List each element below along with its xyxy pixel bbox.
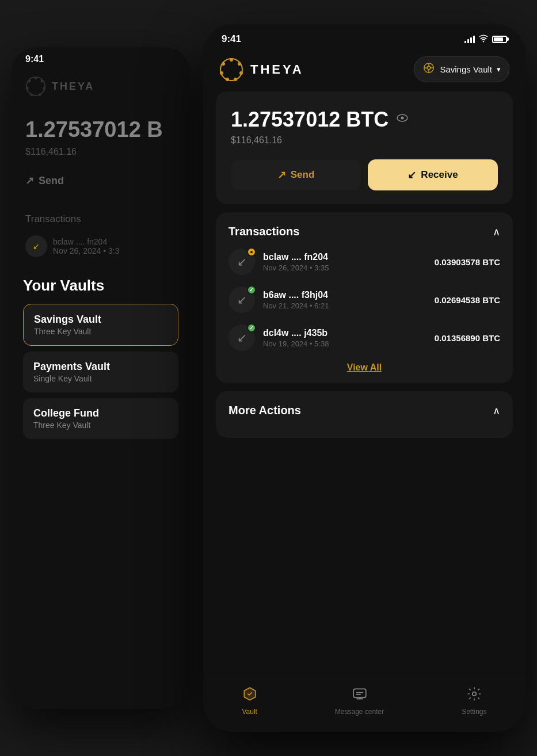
- bg-time: 9:41: [25, 54, 44, 64]
- svg-point-13: [226, 78, 229, 81]
- scene: 9:41 THEYA 1.27537012 B $116,461.16 ↗ Se…: [0, 0, 537, 756]
- bg-vault-college-name: College Fund: [33, 407, 168, 419]
- tx2-icon: ↙ ✓: [228, 287, 255, 313]
- action-buttons: ↗ Send ↙ Receive: [231, 159, 498, 190]
- messages-nav-label: Message center: [335, 708, 384, 716]
- tx1-name: bclaw .... fn204: [263, 252, 435, 262]
- bg-vault-savings-type: Three Key Vault: [34, 327, 167, 336]
- transactions-header: Transactions ∧: [228, 225, 500, 238]
- nav-vault[interactable]: Vault: [242, 686, 257, 716]
- bg-send-arrow: ↗: [25, 174, 34, 187]
- bg-balance-usd: $116,461.16: [12, 147, 190, 157]
- fg-status-right: [464, 35, 507, 44]
- more-actions-toggle-icon[interactable]: ∧: [493, 404, 500, 417]
- svg-point-11: [239, 71, 243, 75]
- signal-bar-1: [464, 41, 466, 43]
- wifi-icon: [478, 35, 489, 44]
- settings-nav-label: Settings: [462, 708, 486, 716]
- svg-point-3: [43, 87, 45, 90]
- tx3-amount: 0.01356890 BTC: [435, 333, 500, 343]
- view-all-link[interactable]: View All: [228, 362, 500, 373]
- svg-point-8: [220, 59, 242, 81]
- vault-nav-label: Vault: [242, 708, 257, 716]
- signal-bar-2: [467, 39, 469, 43]
- bg-status-bar: 9:41: [12, 47, 190, 69]
- vault-selector-icon: [422, 62, 435, 77]
- bg-tx-icon: ↙: [25, 235, 47, 257]
- svg-point-7: [28, 80, 31, 83]
- svg-point-25: [473, 692, 477, 696]
- tx1-info: bclaw .... fn204 Nov 26, 2024 • 3:35: [263, 252, 435, 272]
- fg-logo-icon: [219, 58, 243, 82]
- bg-vaults-section: Your Vaults Savings Vault Three Key Vaul…: [12, 263, 190, 439]
- svg-point-0: [26, 77, 45, 96]
- background-phone: 9:41 THEYA 1.27537012 B $116,461.16 ↗ Se…: [12, 47, 190, 709]
- svg-point-2: [41, 80, 44, 83]
- svg-rect-24: [353, 689, 366, 697]
- tx3-status-dot: ✓: [247, 323, 256, 333]
- svg-point-10: [238, 62, 241, 66]
- balance-usd-display: $116,461.16: [231, 135, 498, 146]
- tx1-date: Nov 26, 2024 • 3:35: [263, 264, 435, 272]
- tx2-date: Nov 21, 2024 • 6:21: [263, 301, 435, 310]
- bg-vault-college-type: Three Key Vault: [33, 421, 168, 430]
- vault-selector-label: Savings Vault: [440, 64, 492, 74]
- bottom-navigation: Vault Message center: [203, 678, 525, 732]
- svg-point-17: [428, 66, 431, 70]
- transaction-item-3[interactable]: ↙ ✓ dcl4w .... j435b Nov 19, 2024 • 5:38…: [228, 324, 500, 351]
- balance-card: 1.27537012 BTC $116,461.16 ↗ Send: [216, 91, 513, 204]
- bg-vault-payments-name: Payments Vault: [33, 361, 168, 373]
- tx2-name: b6aw .... f3hj04: [263, 290, 435, 300]
- bg-vaults-title: Your Vaults: [23, 277, 178, 295]
- battery-fill: [494, 37, 503, 41]
- transactions-title: Transactions: [228, 225, 299, 238]
- svg-point-12: [234, 78, 237, 81]
- fg-logo-area: THEYA: [219, 58, 304, 82]
- bg-balance-btc: 1.27537012 B: [12, 104, 190, 147]
- fg-content: 1.27537012 BTC $116,461.16 ↗ Send: [203, 91, 525, 446]
- nav-settings[interactable]: Settings: [462, 686, 486, 716]
- tx3-date: Nov 19, 2024 • 5:38: [263, 339, 435, 348]
- vault-nav-icon: [242, 686, 257, 705]
- messages-nav-icon: [352, 686, 367, 705]
- bg-logo-text: THEYA: [52, 81, 94, 93]
- receive-button[interactable]: ↙ Receive: [368, 159, 498, 190]
- more-actions-header: More Actions ∧: [228, 404, 500, 417]
- visibility-toggle-icon[interactable]: [395, 111, 409, 128]
- bg-send-button: ↗ Send: [25, 174, 176, 187]
- bg-vault-savings-name: Savings Vault: [34, 314, 167, 326]
- signal-bar-4: [473, 36, 475, 43]
- svg-point-4: [39, 93, 41, 96]
- bg-vault-payments-type: Single Key Vault: [33, 374, 168, 383]
- bg-logo-area: THEYA: [12, 69, 190, 104]
- send-button[interactable]: ↗ Send: [231, 159, 361, 190]
- tx1-amount: 0.03903578 BTC: [435, 257, 500, 267]
- tx3-icon: ↙ ✓: [228, 324, 255, 351]
- svg-point-6: [26, 87, 29, 90]
- tx2-amount: 0.02694538 BTC: [435, 295, 500, 305]
- transaction-item-1[interactable]: ↙ ● bclaw .... fn204 Nov 26, 2024 • 3:35…: [228, 249, 500, 275]
- transactions-section: Transactions ∧ ↙ ● bclaw .... fn204 Nov …: [216, 212, 513, 383]
- transactions-toggle-icon[interactable]: ∧: [493, 226, 500, 238]
- vault-selector-button[interactable]: Savings Vault ▾: [414, 56, 509, 82]
- send-arrow-icon: ↗: [277, 169, 286, 181]
- more-actions-section: More Actions ∧: [216, 391, 513, 438]
- tx1-icon: ↙ ●: [228, 249, 255, 275]
- svg-point-15: [222, 62, 225, 66]
- transaction-item-2[interactable]: ↙ ✓ b6aw .... f3hj04 Nov 21, 2024 • 6:21…: [228, 287, 500, 313]
- battery-icon: [492, 36, 507, 43]
- bg-vault-card-savings[interactable]: Savings Vault Three Key Vault: [23, 304, 178, 346]
- fg-time: 9:41: [222, 33, 241, 45]
- svg-point-1: [35, 77, 37, 79]
- svg-point-23: [401, 117, 404, 120]
- bg-vault-card-college[interactable]: College Fund Three Key Vault: [23, 398, 178, 439]
- foreground-phone: 9:41: [203, 24, 525, 732]
- svg-point-5: [31, 93, 33, 96]
- tx3-info: dcl4w .... j435b Nov 19, 2024 • 5:38: [263, 328, 435, 348]
- bg-tx-text: bclaw .... fn204 Nov 26, 2024 • 3:3: [53, 237, 119, 255]
- tx1-arrow-icon: ↙: [237, 255, 247, 269]
- bg-vault-card-payments[interactable]: Payments Vault Single Key Vault: [23, 352, 178, 392]
- tx3-name: dcl4w .... j435b: [263, 328, 435, 338]
- nav-messages[interactable]: Message center: [335, 686, 384, 716]
- tx2-info: b6aw .... f3hj04 Nov 21, 2024 • 6:21: [263, 290, 435, 310]
